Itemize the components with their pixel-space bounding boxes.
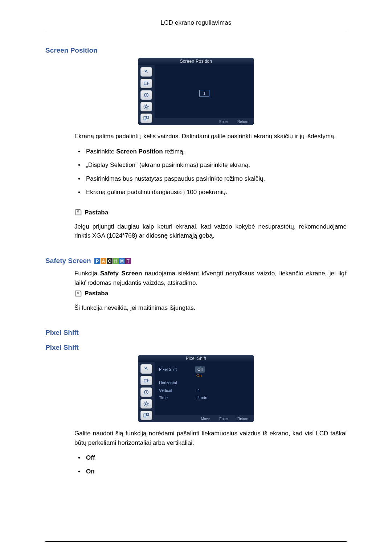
badge-m: M [119,258,125,264]
osd-icon-setup [140,102,152,111]
osd-icon-multi [140,114,152,123]
note-label: Pastaba [85,289,108,298]
mode-badges: P A C H M T [94,258,131,264]
osd-title: Pixel Shift [138,355,254,362]
svg-rect-5 [144,379,147,382]
svg-rect-0 [144,82,147,85]
section-heading-screen-position: Screen Position [45,45,347,56]
svg-rect-9 [147,413,149,415]
badge-c: C [107,258,113,264]
list-item: Off [74,453,347,463]
note-body: Jeigu prijungti daugiau kaip keturi ekra… [74,222,347,241]
note-label: Pastaba [85,208,108,217]
svg-point-2 [145,106,147,108]
osd-footer-return: Return [234,416,248,422]
value-on: On [196,373,202,378]
osd-icon-picture [140,364,152,374]
list-item: Ekraną galima padalinti daugiausia į 100… [74,188,347,197]
header-divider [45,30,347,30]
list-item: On [74,467,347,476]
list-item: „Display Selection" (ekrano pasirinkimas… [74,160,347,170]
osd-icon-time [140,90,152,100]
osd-row-time: Time : 4 min [159,394,250,402]
osd-footer-enter: Enter [216,416,228,422]
osd-screen-position: Screen Position [138,58,254,125]
osd-title: Screen Position [138,58,254,65]
osd-side-icons [138,65,155,125]
page-title: LCD ekrano reguliavimas [45,18,347,30]
list-item: Pasirinkite Screen Position režimą. [74,147,347,156]
osd-icon-picture [140,67,152,77]
section-heading-pixel-shift-1: Pixel Shift [45,328,347,338]
badge-h: H [113,258,119,264]
osd-footer-return: Return [234,119,248,124]
osd-footer-move: Move [197,416,210,422]
note-icon [74,290,82,297]
osd-row-vertical: Vertical : 4 [159,387,250,394]
osd-icon-input [140,376,152,385]
osd-row-horizontal: Horizontal [159,379,250,387]
osd-icon-setup [140,399,152,409]
badge-a: A [101,258,106,264]
section-heading-safety-screen: Safety Screen P A C H M T [45,256,347,266]
osd-row-pixel-shift: Pixel Shift OffOn [159,366,250,379]
svg-point-7 [145,403,147,405]
osd-pixel-shift: Pixel Shift Pixel Shift OffOn [138,355,254,422]
screen-position-steps: Pasirinkite Screen Position režimą. „Dis… [74,147,347,197]
osd-icon-multi [140,411,152,420]
osd-side-icons [138,362,155,422]
safety-screen-intro: Funkcija Safety Screen naudojama siekian… [74,269,347,287]
osd-icon-time [140,387,152,397]
note-body: Ši funkcija neveikia, jei maitinimas išj… [74,303,347,313]
section-heading-pixel-shift-2: Pixel Shift [45,342,347,353]
osd-position-number: 1 [199,90,209,97]
screen-position-intro: Ekraną galima padalinti į kelis vaizdus.… [74,132,347,141]
pixel-shift-intro: Galite naudoti šią funkciją norėdami paš… [74,429,347,447]
svg-rect-8 [144,414,146,417]
badge-p: P [94,258,100,264]
list-item: Pasirinkimas bus nustatytas paspaudus pa… [74,174,347,184]
value-off: Off [195,366,205,373]
pixel-shift-options: Off On [74,453,347,476]
svg-rect-3 [144,117,146,120]
badge-t: T [125,258,131,264]
footer-divider [45,541,347,542]
osd-footer-enter: Enter [216,119,228,124]
osd-icon-input [140,79,152,88]
note-icon [74,208,82,216]
svg-rect-4 [147,116,149,118]
